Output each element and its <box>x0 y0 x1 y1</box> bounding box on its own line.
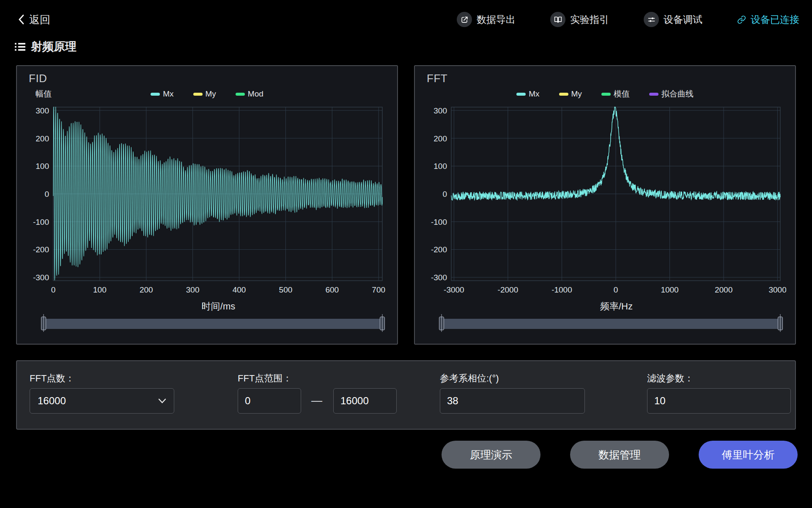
y-tick-label: -100 <box>431 218 447 226</box>
nav-item-export[interactable]: 数据导出 <box>457 12 516 27</box>
x-tick-label: 1000 <box>661 285 678 294</box>
legend-row: 幅值MxMyMod <box>25 87 389 101</box>
range-slider-fid[interactable] <box>43 315 383 332</box>
x-axis-title: 频率/Hz <box>423 300 787 313</box>
x-tick-label: -3000 <box>444 285 464 294</box>
nav-item-label: 数据导出 <box>477 13 516 26</box>
legend-marker <box>559 93 568 96</box>
legend-marker <box>151 93 160 96</box>
chart-panel-fid: FID幅值MxMyMod3002001000-100-200-300010020… <box>16 65 398 345</box>
actions-row: 原理演示数据管理傅里叶分析 <box>0 441 798 469</box>
y-tick-label: 100 <box>36 162 49 171</box>
back-label: 返回 <box>29 13 50 27</box>
slider-track[interactable] <box>43 319 383 329</box>
legend-label: 拟合曲线 <box>661 88 694 99</box>
legend-label: My <box>571 89 582 99</box>
filter-input[interactable] <box>647 388 791 414</box>
x-axis-title: 时间/ms <box>25 300 389 313</box>
legend-row: MxMy模值拟合曲线 <box>423 87 787 101</box>
list-icon <box>14 41 26 52</box>
page-title-row: 射频原理 <box>0 27 812 54</box>
back-button[interactable]: 返回 <box>17 13 50 27</box>
slider-handle-right[interactable] <box>778 317 783 330</box>
fft-points-value: 16000 <box>38 395 66 407</box>
book-icon <box>554 16 562 24</box>
legend-item-拟合曲线[interactable]: 拟合曲线 <box>649 88 694 99</box>
slider-handle-left[interactable] <box>41 317 46 330</box>
legend-item-My[interactable]: My <box>193 89 216 99</box>
slider-handle-right[interactable] <box>380 317 385 330</box>
x-tick-label: 300 <box>186 285 200 294</box>
y-tick-label: -200 <box>431 245 447 254</box>
app-root: 返回 数据导出实验指引设备调试设备已连接 射频原理 FID幅值MxMyMod30… <box>0 0 812 469</box>
chart-title-fid: FID <box>29 72 389 85</box>
sliders-icon <box>647 16 656 24</box>
legend-item-My[interactable]: My <box>559 89 582 99</box>
top-bar: 返回 数据导出实验指引设备调试设备已连接 <box>0 0 812 27</box>
legend-label: Mx <box>163 89 173 99</box>
y-tick-label: 200 <box>433 134 447 143</box>
fft-points-label: FFT点数： <box>30 372 74 385</box>
controls-panel: FFT点数： 16000 FFT点范围： — 参考系相位:(°) 滤波参数： <box>16 360 796 430</box>
y-tick-label: 0 <box>44 190 49 199</box>
y-tick-label: 0 <box>442 190 447 199</box>
slider-handle-left[interactable] <box>439 317 444 330</box>
charts-row: FID幅值MxMyMod3002001000-100-200-300010020… <box>16 65 796 345</box>
link-icon <box>737 15 746 24</box>
y-tick-label: -300 <box>431 273 447 282</box>
x-tick-label: 200 <box>140 285 153 294</box>
y-tick-label: 100 <box>433 162 447 171</box>
range-slider-fft[interactable] <box>441 315 781 332</box>
nav-icon-circle <box>644 12 659 27</box>
page-title: 射频原理 <box>31 39 77 54</box>
chevron-down-icon <box>158 398 166 403</box>
x-tick-label: 100 <box>93 285 107 294</box>
phase-label: 参考系相位:(°) <box>440 372 499 385</box>
legend-item-Mx[interactable]: Mx <box>516 89 539 99</box>
legend-item-Mx[interactable]: Mx <box>151 89 173 99</box>
export-icon <box>461 16 469 24</box>
x-tick-label: 0 <box>51 285 56 294</box>
x-tick-label: 400 <box>233 285 246 294</box>
top-nav: 数据导出实验指引设备调试设备已连接 <box>457 12 799 27</box>
x-tick-label: 0 <box>614 285 618 294</box>
chart-title-fft: FFT <box>427 72 787 85</box>
y-tick-label: 300 <box>36 106 49 115</box>
x-tick-label: -2000 <box>498 285 518 294</box>
nav-item-label: 设备调试 <box>664 13 702 26</box>
y-tick-label: 200 <box>36 134 49 143</box>
fft-range-from-input[interactable] <box>238 388 301 414</box>
x-tick-label: 3000 <box>768 285 786 294</box>
nav-item-status[interactable]: 设备已连接 <box>737 13 799 26</box>
fourier-button[interactable]: 傅里叶分析 <box>699 441 798 469</box>
back-chevron-icon <box>17 14 25 25</box>
y-tick-label: -300 <box>33 273 49 282</box>
x-tick-label: 2000 <box>715 285 732 294</box>
slider-track[interactable] <box>441 319 781 329</box>
nav-item-guide[interactable]: 实验指引 <box>550 12 609 27</box>
x-tick-label: 700 <box>372 285 385 294</box>
fft-points-select[interactable]: 16000 <box>30 388 174 414</box>
filter-label: 滤波参数： <box>647 372 694 385</box>
legend-marker <box>236 93 245 96</box>
nav-item-debug[interactable]: 设备调试 <box>644 12 702 27</box>
legend-marker <box>193 93 203 96</box>
legend-item-模值[interactable]: 模值 <box>601 88 630 99</box>
legend-marker <box>516 93 526 96</box>
legend-label: My <box>206 89 216 99</box>
y-tick-label: 300 <box>433 106 447 115</box>
data-button[interactable]: 数据管理 <box>570 441 669 469</box>
phase-input[interactable] <box>440 388 585 414</box>
fft-range-to-input[interactable] <box>333 388 397 414</box>
chart-plot-fid: 3002001000-100-200-300010020030040050060… <box>25 101 388 300</box>
y-tick-label: -200 <box>33 245 49 254</box>
range-separator: — <box>311 394 322 407</box>
series-Mx <box>53 107 382 281</box>
x-tick-label: -1000 <box>551 285 572 294</box>
legend-marker <box>601 93 611 96</box>
x-tick-label: 600 <box>325 285 339 294</box>
fft-range-label: FFT点范围： <box>238 372 292 385</box>
legend-item-Mod[interactable]: Mod <box>236 89 263 99</box>
demo-button[interactable]: 原理演示 <box>442 441 540 469</box>
y-tick-label: -100 <box>33 218 49 226</box>
